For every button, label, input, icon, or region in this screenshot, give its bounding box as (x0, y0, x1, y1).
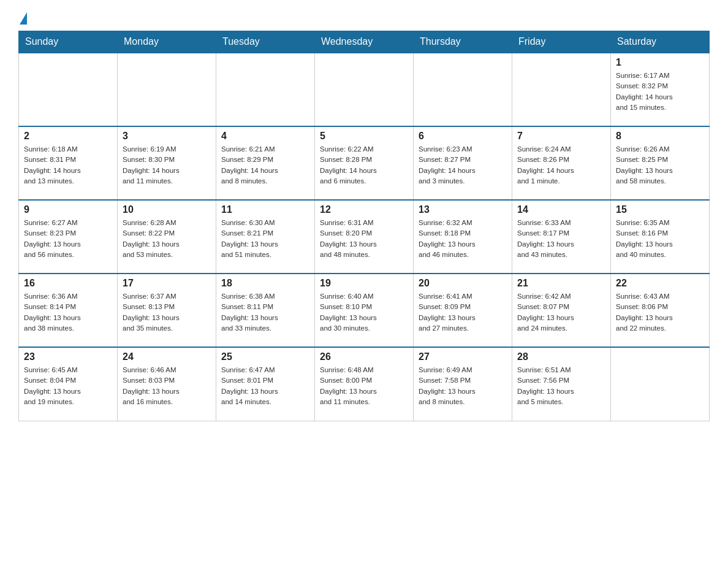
day-number: 16 (24, 278, 112, 289)
calendar-cell: 6Sunrise: 6:23 AMSunset: 8:27 PMDaylight… (414, 126, 512, 200)
calendar-cell (512, 53, 611, 126)
week-row-1: 1Sunrise: 6:17 AMSunset: 8:32 PMDaylight… (19, 53, 710, 126)
day-info: Sunrise: 6:45 AMSunset: 8:04 PMDaylight:… (24, 365, 112, 407)
day-info: Sunrise: 6:19 AMSunset: 8:30 PMDaylight:… (123, 144, 211, 186)
day-number: 9 (24, 204, 112, 215)
calendar-cell: 11Sunrise: 6:30 AMSunset: 8:21 PMDayligh… (216, 200, 315, 274)
day-info: Sunrise: 6:42 AMSunset: 8:07 PMDaylight:… (517, 291, 605, 334)
day-number: 24 (123, 351, 211, 362)
day-info: Sunrise: 6:32 AMSunset: 8:18 PMDaylight:… (419, 218, 507, 260)
calendar-cell (315, 53, 414, 126)
day-number: 2 (24, 131, 112, 142)
week-row-3: 9Sunrise: 6:27 AMSunset: 8:23 PMDaylight… (19, 200, 710, 274)
calendar-cell (118, 53, 216, 126)
day-info: Sunrise: 6:23 AMSunset: 8:27 PMDaylight:… (419, 144, 507, 186)
weekday-header-friday: Friday (512, 31, 611, 53)
day-number: 25 (221, 351, 309, 362)
day-number: 14 (517, 204, 605, 215)
calendar-cell: 23Sunrise: 6:45 AMSunset: 8:04 PMDayligh… (19, 347, 118, 421)
day-info: Sunrise: 6:38 AMSunset: 8:11 PMDaylight:… (221, 291, 309, 334)
weekday-header-sunday: Sunday (19, 31, 118, 53)
calendar-cell (19, 53, 118, 126)
calendar-cell: 28Sunrise: 6:51 AMSunset: 7:56 PMDayligh… (512, 347, 611, 421)
day-info: Sunrise: 6:17 AMSunset: 8:32 PMDaylight:… (616, 71, 704, 113)
calendar-cell: 27Sunrise: 6:49 AMSunset: 7:58 PMDayligh… (414, 347, 512, 421)
day-info: Sunrise: 6:18 AMSunset: 8:31 PMDaylight:… (24, 144, 112, 186)
calendar-cell: 4Sunrise: 6:21 AMSunset: 8:29 PMDaylight… (216, 126, 315, 200)
day-info: Sunrise: 6:49 AMSunset: 7:58 PMDaylight:… (419, 365, 507, 407)
calendar-cell: 9Sunrise: 6:27 AMSunset: 8:23 PMDaylight… (19, 200, 118, 274)
weekday-header-thursday: Thursday (414, 31, 512, 53)
weekday-header-tuesday: Tuesday (216, 31, 315, 53)
day-number: 26 (320, 351, 408, 362)
day-number: 6 (419, 131, 507, 142)
day-info: Sunrise: 6:21 AMSunset: 8:29 PMDaylight:… (221, 144, 309, 186)
day-info: Sunrise: 6:22 AMSunset: 8:28 PMDaylight:… (320, 144, 408, 186)
day-info: Sunrise: 6:41 AMSunset: 8:09 PMDaylight:… (419, 291, 507, 334)
day-number: 10 (123, 204, 211, 215)
week-row-4: 16Sunrise: 6:36 AMSunset: 8:14 PMDayligh… (19, 274, 710, 347)
day-number: 23 (24, 351, 112, 362)
calendar-cell: 15Sunrise: 6:35 AMSunset: 8:16 PMDayligh… (611, 200, 710, 274)
week-row-2: 2Sunrise: 6:18 AMSunset: 8:31 PMDaylight… (19, 126, 710, 200)
calendar-cell: 3Sunrise: 6:19 AMSunset: 8:30 PMDaylight… (118, 126, 216, 200)
weekday-header-saturday: Saturday (611, 31, 710, 53)
day-info: Sunrise: 6:37 AMSunset: 8:13 PMDaylight:… (123, 291, 211, 334)
day-number: 15 (616, 204, 704, 215)
weekday-header-wednesday: Wednesday (315, 31, 414, 53)
day-number: 20 (419, 278, 507, 289)
weekday-header-monday: Monday (118, 31, 216, 53)
day-number: 21 (517, 278, 605, 289)
day-number: 5 (320, 131, 408, 142)
week-row-5: 23Sunrise: 6:45 AMSunset: 8:04 PMDayligh… (19, 347, 710, 421)
day-info: Sunrise: 6:40 AMSunset: 8:10 PMDaylight:… (320, 291, 408, 334)
calendar-cell: 20Sunrise: 6:41 AMSunset: 8:09 PMDayligh… (414, 274, 512, 347)
calendar-cell: 14Sunrise: 6:33 AMSunset: 8:17 PMDayligh… (512, 200, 611, 274)
day-number: 19 (320, 278, 408, 289)
day-number: 27 (419, 351, 507, 362)
calendar-cell: 24Sunrise: 6:46 AMSunset: 8:03 PMDayligh… (118, 347, 216, 421)
calendar-cell: 8Sunrise: 6:26 AMSunset: 8:25 PMDaylight… (611, 126, 710, 200)
calendar-cell: 13Sunrise: 6:32 AMSunset: 8:18 PMDayligh… (414, 200, 512, 274)
day-number: 13 (419, 204, 507, 215)
calendar-cell: 26Sunrise: 6:48 AMSunset: 8:00 PMDayligh… (315, 347, 414, 421)
day-number: 4 (221, 131, 309, 142)
calendar-cell: 19Sunrise: 6:40 AMSunset: 8:10 PMDayligh… (315, 274, 414, 347)
calendar-cell: 17Sunrise: 6:37 AMSunset: 8:13 PMDayligh… (118, 274, 216, 347)
day-info: Sunrise: 6:27 AMSunset: 8:23 PMDaylight:… (24, 218, 112, 260)
day-info: Sunrise: 6:30 AMSunset: 8:21 PMDaylight:… (221, 218, 309, 260)
logo (18, 12, 27, 25)
day-info: Sunrise: 6:48 AMSunset: 8:00 PMDaylight:… (320, 365, 408, 407)
calendar-cell: 12Sunrise: 6:31 AMSunset: 8:20 PMDayligh… (315, 200, 414, 274)
calendar-cell: 1Sunrise: 6:17 AMSunset: 8:32 PMDaylight… (611, 53, 710, 126)
day-info: Sunrise: 6:33 AMSunset: 8:17 PMDaylight:… (517, 218, 605, 260)
day-number: 8 (616, 131, 704, 142)
calendar-cell: 22Sunrise: 6:43 AMSunset: 8:06 PMDayligh… (611, 274, 710, 347)
calendar-cell: 2Sunrise: 6:18 AMSunset: 8:31 PMDaylight… (19, 126, 118, 200)
calendar-cell: 16Sunrise: 6:36 AMSunset: 8:14 PMDayligh… (19, 274, 118, 347)
day-number: 18 (221, 278, 309, 289)
day-info: Sunrise: 6:35 AMSunset: 8:16 PMDaylight:… (616, 218, 704, 260)
weekday-header-row: SundayMondayTuesdayWednesdayThursdayFrid… (19, 31, 710, 53)
day-number: 11 (221, 204, 309, 215)
day-number: 28 (517, 351, 605, 362)
calendar-cell (414, 53, 512, 126)
day-info: Sunrise: 6:31 AMSunset: 8:20 PMDaylight:… (320, 218, 408, 260)
day-info: Sunrise: 6:51 AMSunset: 7:56 PMDaylight:… (517, 365, 605, 407)
calendar-cell (216, 53, 315, 126)
day-info: Sunrise: 6:47 AMSunset: 8:01 PMDaylight:… (221, 365, 309, 407)
day-number: 3 (123, 131, 211, 142)
day-number: 12 (320, 204, 408, 215)
calendar-cell: 21Sunrise: 6:42 AMSunset: 8:07 PMDayligh… (512, 274, 611, 347)
calendar-cell: 5Sunrise: 6:22 AMSunset: 8:28 PMDaylight… (315, 126, 414, 200)
day-info: Sunrise: 6:43 AMSunset: 8:06 PMDaylight:… (616, 291, 704, 334)
calendar-cell: 25Sunrise: 6:47 AMSunset: 8:01 PMDayligh… (216, 347, 315, 421)
day-info: Sunrise: 6:36 AMSunset: 8:14 PMDaylight:… (24, 291, 112, 334)
day-number: 17 (123, 278, 211, 289)
logo-triangle-icon (20, 12, 27, 25)
calendar-cell: 18Sunrise: 6:38 AMSunset: 8:11 PMDayligh… (216, 274, 315, 347)
day-info: Sunrise: 6:28 AMSunset: 8:22 PMDaylight:… (123, 218, 211, 260)
calendar-table: SundayMondayTuesdayWednesdayThursdayFrid… (18, 31, 710, 421)
day-number: 7 (517, 131, 605, 142)
day-info: Sunrise: 6:24 AMSunset: 8:26 PMDaylight:… (517, 144, 605, 186)
